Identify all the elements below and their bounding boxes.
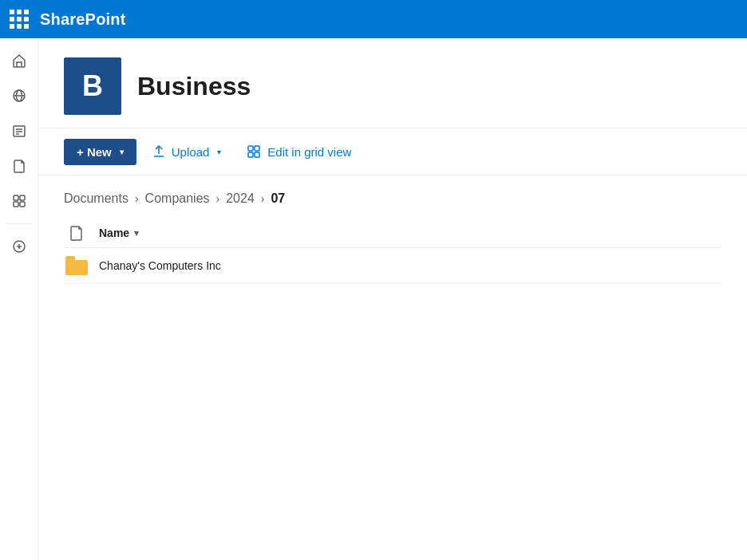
lists-icon	[11, 193, 27, 209]
globe-icon	[11, 88, 27, 104]
col-name-sort-icon: ▾	[134, 228, 139, 239]
topbar: SharePoint	[0, 0, 747, 38]
app-launcher-button[interactable]	[10, 10, 29, 29]
folder-icon	[65, 256, 88, 275]
svg-rect-17	[255, 146, 259, 151]
svg-rect-8	[20, 195, 25, 200]
edit-grid-label: Edit in grid view	[267, 145, 351, 159]
home-icon	[11, 53, 27, 69]
file-row-icon-col	[64, 256, 89, 275]
upload-button-label: Upload	[172, 145, 210, 159]
breadcrumb-sep-3: ›	[261, 192, 265, 205]
file-col-doc-icon	[69, 225, 84, 241]
file-area: Documents › Companies › 2024 › 07 Name	[38, 175, 747, 560]
upload-icon	[152, 145, 165, 158]
upload-button[interactable]: Upload ▾	[143, 139, 231, 165]
svg-rect-16	[248, 146, 253, 151]
sidebar-item-home[interactable]	[3, 45, 35, 77]
pages-icon	[11, 158, 27, 174]
table-row[interactable]: Chanay's Computers Inc	[64, 248, 721, 284]
breadcrumb: Documents › Companies › 2024 › 07	[64, 175, 721, 219]
col-name-label: Name	[99, 227, 129, 239]
site-logo-letter: B	[82, 69, 103, 103]
content-area: B Business + New ▾ Upload ▾	[38, 38, 747, 560]
sidebar-item-globe[interactable]	[3, 80, 35, 112]
site-name: Business	[137, 72, 251, 101]
svg-rect-7	[14, 195, 18, 200]
news-icon	[11, 123, 27, 139]
add-circle-icon	[11, 239, 27, 254]
sidebar-item-lists[interactable]	[3, 185, 35, 217]
file-row-name: Chanay's Computers Inc	[99, 259, 221, 272]
breadcrumb-item-documents[interactable]: Documents	[64, 191, 128, 206]
svg-rect-9	[14, 202, 18, 207]
app-title: SharePoint	[40, 10, 126, 29]
sidebar-divider	[6, 223, 32, 224]
col-name-header[interactable]: Name ▾	[99, 227, 139, 239]
main-layout: B Business + New ▾ Upload ▾	[0, 38, 747, 560]
upload-chevron: ▾	[217, 148, 221, 156]
breadcrumb-sep-2: ›	[216, 192, 220, 205]
breadcrumb-item-companies[interactable]: Companies	[145, 191, 210, 206]
file-list-header: Name ▾	[64, 219, 721, 248]
breadcrumb-item-2024[interactable]: 2024	[226, 191, 255, 206]
file-col-icon	[64, 225, 89, 241]
svg-rect-10	[20, 202, 25, 207]
new-button-label: + New	[77, 145, 112, 159]
new-button[interactable]: + New ▾	[64, 139, 136, 165]
sidebar-item-add[interactable]	[3, 231, 35, 262]
toolbar: + New ▾ Upload ▾ Edit in	[38, 128, 747, 175]
sidebar-item-pages[interactable]	[3, 150, 35, 182]
site-header: B Business	[38, 38, 747, 128]
sidebar	[0, 38, 38, 560]
breadcrumb-sep-1: ›	[135, 192, 139, 205]
grid-edit-icon	[247, 144, 261, 159]
breadcrumb-current: 07	[271, 191, 285, 206]
edit-grid-button[interactable]: Edit in grid view	[237, 138, 361, 165]
sidebar-item-news[interactable]	[3, 115, 35, 147]
svg-rect-19	[255, 152, 259, 157]
new-button-chevron: ▾	[120, 148, 124, 156]
svg-rect-18	[248, 152, 253, 157]
site-logo: B	[64, 57, 121, 115]
